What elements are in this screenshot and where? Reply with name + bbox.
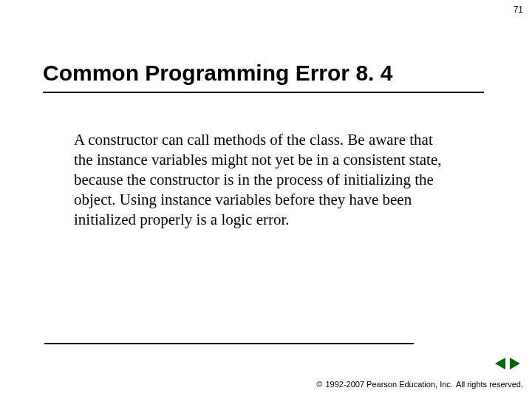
next-slide-icon[interactable] xyxy=(510,358,520,369)
copyright-rights: All rights reserved. xyxy=(456,380,523,389)
copyright-line: © 1992-2007 Pearson Education, Inc. All … xyxy=(316,380,523,389)
prev-slide-icon[interactable] xyxy=(495,358,505,369)
copyright-symbol: © xyxy=(316,380,322,389)
slide: 71 Common Programming Error 8. 4 A const… xyxy=(0,0,532,399)
slide-title: Common Programming Error 8. 4 xyxy=(43,61,484,92)
title-block: Common Programming Error 8. 4 xyxy=(43,61,484,93)
copyright-years: 1992-2007 Pearson Education, Inc. xyxy=(325,380,452,389)
nav-controls xyxy=(495,358,520,369)
page-number: 71 xyxy=(514,4,523,15)
bottom-rule xyxy=(44,343,414,344)
body-paragraph: A constructor can call methods of the cl… xyxy=(74,130,442,229)
title-rule xyxy=(43,92,484,93)
